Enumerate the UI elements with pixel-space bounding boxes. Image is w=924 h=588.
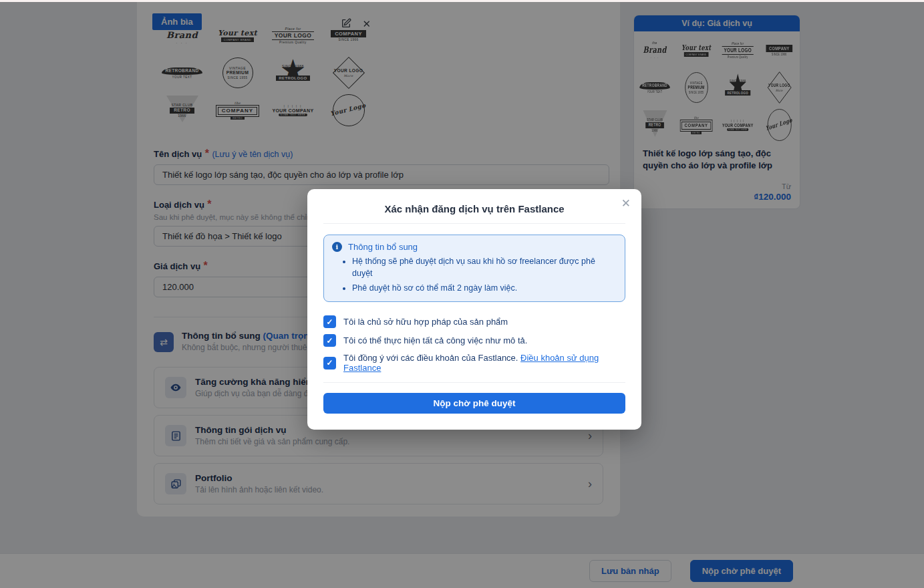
info-box-title: Thông tin bổ sung <box>348 242 418 252</box>
info-bullet: Phê duyệt hồ sơ có thể mất 2 ngày làm vi… <box>352 282 617 294</box>
checkbox-row-terms: ✓ Tôi đồng ý với các điều khoản của Fast… <box>323 353 625 373</box>
close-icon[interactable]: ✕ <box>621 198 631 209</box>
confirm-publish-modal: Xác nhận đăng dịch vụ trên Fastlance ✕ i… <box>307 189 641 430</box>
checkbox-label: Tôi đồng ý với các điều khoản của Fastla… <box>343 353 625 373</box>
modal-submit-button[interactable]: Nộp chờ phê duyệt <box>323 393 625 414</box>
screen: Ảnh bìa ✕ the Brand · · · <box>0 0 924 588</box>
checkbox-label: Tôi có thể thực hiện tất cả công việc nh… <box>343 335 527 345</box>
checkbox-row-ownership: ✓ Tôi là chủ sở hữu hợp pháp của sản phẩ… <box>323 315 625 328</box>
modal-divider <box>323 223 625 224</box>
info-bullet: Hệ thống sẽ phê duyệt dịch vụ sau khi hồ… <box>352 255 617 279</box>
checkbox-label: Tôi là chủ sở hữu hợp pháp của sản phẩm <box>343 317 508 327</box>
info-box: i Thông tin bổ sung Hệ thống sẽ phê duyệ… <box>323 235 625 302</box>
modal-divider <box>323 382 625 383</box>
info-icon: i <box>332 242 342 252</box>
info-bullet-list: Hệ thống sẽ phê duyệt dịch vụ sau khi hồ… <box>352 255 617 294</box>
modal-title: Xác nhận đăng dịch vụ trên Fastlance <box>323 203 625 214</box>
viewport-edge-strip <box>0 0 924 2</box>
checkbox-row-capability: ✓ Tôi có thể thực hiện tất cả công việc … <box>323 334 625 347</box>
checkbox-checked[interactable]: ✓ <box>323 357 336 370</box>
checkbox-checked[interactable]: ✓ <box>323 334 336 347</box>
checkbox-checked[interactable]: ✓ <box>323 315 336 328</box>
